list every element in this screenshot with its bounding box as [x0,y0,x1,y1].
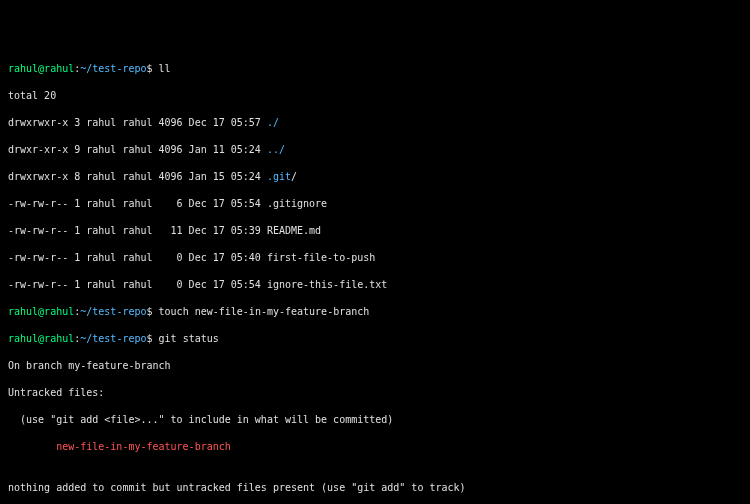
ll-row: drwxrwxr-x 3 rahul rahul 4096 Dec 17 05:… [8,116,742,130]
prompt-line[interactable]: rahul@rahul:~/test-repo$ git status [8,332,742,346]
prompt-path: ~/test-repo [80,63,146,74]
cmd-ll: ll [159,63,171,74]
prompt-sym: $ [147,63,153,74]
status-line: nothing added to commit but untracked fi… [8,481,742,495]
prompt-line[interactable]: rahul@rahul:~/test-repo$ ll [8,62,742,76]
ll-row: drwxr-xr-x 9 rahul rahul 4096 Jan 11 05:… [8,143,742,157]
prompt-line[interactable]: rahul@rahul:~/test-repo$ touch new-file-… [8,305,742,319]
cmd-status: git status [159,333,219,344]
cmd-touch: touch new-file-in-my-feature-branch [159,306,370,317]
status-line: On branch my-feature-branch [8,359,742,373]
status-line: (use "git add <file>..." to include in w… [8,413,742,427]
ll-row: -rw-rw-r-- 1 rahul rahul 0 Dec 17 05:40 … [8,251,742,265]
ll-row: -rw-rw-r-- 1 rahul rahul 11 Dec 17 05:39… [8,224,742,238]
ll-row: drwxrwxr-x 8 rahul rahul 4096 Jan 15 05:… [8,170,742,184]
status-line: Untracked files: [8,386,742,400]
ll-row: -rw-rw-r-- 1 rahul rahul 0 Dec 17 05:54 … [8,278,742,292]
prompt-user: rahul@rahul [8,63,74,74]
status-untracked: new-file-in-my-feature-branch [8,440,742,454]
ll-row: -rw-rw-r-- 1 rahul rahul 6 Dec 17 05:54 … [8,197,742,211]
ll-total: total 20 [8,89,742,103]
